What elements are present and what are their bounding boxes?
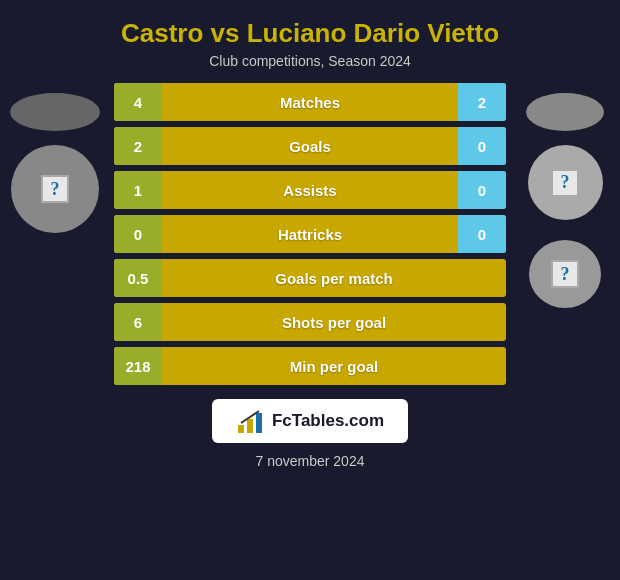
stat-left-goals-per-match: 0.5: [114, 259, 162, 297]
stat-label-goals-per-match: Goals per match: [162, 270, 506, 287]
stat-label-matches: Matches: [162, 94, 458, 111]
player-right-column: ? ?: [510, 83, 620, 308]
stat-label-min-per-goal: Min per goal: [162, 358, 506, 375]
stat-right-matches: 2: [458, 83, 506, 121]
player-left-avatar-main: ?: [11, 145, 99, 233]
stat-left-matches: 4: [114, 83, 162, 121]
stat-row-goals-per-match: 0.5 Goals per match: [114, 259, 506, 297]
svg-rect-1: [247, 419, 253, 433]
page-title: Castro vs Luciano Dario Vietto: [121, 18, 499, 49]
player-right-avatar-main: ?: [528, 145, 603, 220]
player-left-avatar-top: [10, 93, 100, 131]
player-right-avatar-bottom: ?: [529, 240, 601, 308]
player-left-column: ?: [0, 83, 110, 233]
stat-left-shots-per-goal: 6: [114, 303, 162, 341]
stat-label-goals: Goals: [162, 138, 458, 155]
stat-row-shots-per-goal: 6 Shots per goal: [114, 303, 506, 341]
stat-left-hattricks: 0: [114, 215, 162, 253]
stat-label-shots-per-goal: Shots per goal: [162, 314, 506, 331]
stat-left-min-per-goal: 218: [114, 347, 162, 385]
stat-left-assists: 1: [114, 171, 162, 209]
player-right-bottom-question-icon: ?: [551, 260, 579, 288]
page-subtitle: Club competitions, Season 2024: [209, 53, 411, 69]
stat-row-matches: 4 Matches 2: [114, 83, 506, 121]
stat-row-min-per-goal: 218 Min per goal: [114, 347, 506, 385]
player-left-question-icon: ?: [41, 175, 69, 203]
stat-row-hattricks: 0 Hattricks 0: [114, 215, 506, 253]
stat-row-assists: 1 Assists 0: [114, 171, 506, 209]
player-right-avatar-top: [526, 93, 604, 131]
content-area: ? 4 Matches 2 2 Goals 0 1 Assists 0: [0, 83, 620, 385]
svg-rect-2: [256, 413, 262, 433]
logo-text: FcTables.com: [272, 411, 384, 431]
footer-date: 7 november 2024: [256, 453, 365, 469]
fctables-logo-icon: [236, 407, 264, 435]
stat-row-goals: 2 Goals 0: [114, 127, 506, 165]
stat-label-hattricks: Hattricks: [162, 226, 458, 243]
svg-rect-0: [238, 425, 244, 433]
main-card: Castro vs Luciano Dario Vietto Club comp…: [0, 0, 620, 580]
stat-left-goals: 2: [114, 127, 162, 165]
stat-label-assists: Assists: [162, 182, 458, 199]
stat-right-goals: 0: [458, 127, 506, 165]
stat-right-assists: 0: [458, 171, 506, 209]
logo-area: FcTables.com: [212, 399, 408, 443]
stats-area: 4 Matches 2 2 Goals 0 1 Assists 0 0 Hatt…: [110, 83, 510, 385]
stat-right-hattricks: 0: [458, 215, 506, 253]
player-right-question-icon: ?: [551, 169, 579, 197]
